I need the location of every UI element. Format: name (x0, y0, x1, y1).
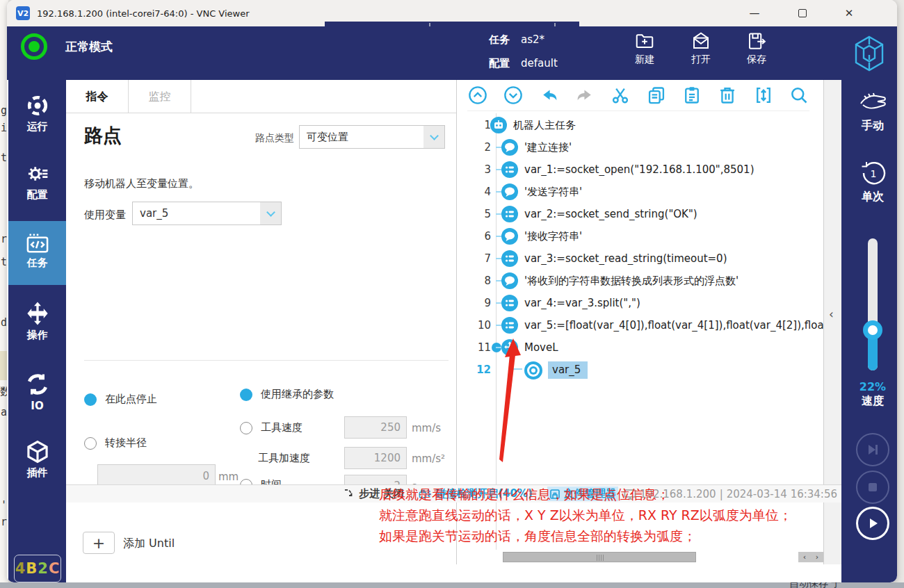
tab-monitor[interactable]: 监控 (129, 80, 191, 113)
radio-off-icon (240, 422, 252, 434)
copy-button[interactable] (646, 85, 667, 106)
task-value: as2* (521, 33, 544, 47)
tree-row[interactable]: 1 机器人主任务 (458, 114, 824, 136)
waypoint-type-select[interactable]: 可变位置 (299, 125, 445, 149)
tab-instruction[interactable]: 指令 (66, 80, 129, 113)
tree-row[interactable]: 8 '将收到的字符串数据转换成列表形式的浮点数' (458, 270, 824, 292)
add-until-button[interactable]: + (83, 532, 115, 554)
config-value: default (521, 57, 558, 70)
maximize-icon (798, 9, 807, 17)
move-up-button[interactable] (467, 85, 488, 106)
tree-line-text: '接收字符串' (524, 230, 582, 243)
cut-scissors-icon (611, 85, 630, 105)
tree-line-text: var_1:=socket_open("192.168.1.100",8501) (524, 163, 754, 176)
tree-line-text: var_5 (548, 361, 588, 379)
tool-speed-input[interactable]: 250 (344, 416, 407, 439)
tree-row[interactable]: 5 var_2:=socket_send_string("OK") (458, 203, 824, 225)
annotation-line-2: 就注意跑直线运动的话，X Y Z以米为单位，RX RY RZ以弧度为单位； (379, 505, 831, 525)
redo-button[interactable] (574, 85, 595, 106)
scrollbar-grip (601, 555, 602, 561)
search-button[interactable] (789, 85, 809, 106)
tree-line-text: MoveL (524, 341, 558, 354)
robot-model-badge[interactable]: 4B2C (14, 555, 61, 582)
robot-mode-indicator[interactable]: 正常模式 (21, 33, 113, 60)
code-window-icon (25, 232, 50, 254)
comment-icon (501, 227, 519, 245)
step-next-button[interactable] (856, 433, 889, 466)
tree-line-text: '将收到的字符串数据转换成列表形式的浮点数' (524, 275, 738, 288)
radio-on-icon (240, 389, 252, 401)
stop-icon (867, 482, 878, 493)
sidebar-item-operate[interactable]: 操作 (8, 301, 66, 342)
save-label: 保存 (732, 54, 781, 66)
stop-here-option[interactable]: 在此点停止 (84, 393, 157, 406)
speed-slider-thumb[interactable] (863, 320, 882, 340)
single-cycle-icon[interactable]: 1 (859, 160, 887, 188)
move-down-button[interactable] (503, 85, 524, 106)
sidebar-item-task-active[interactable]: 任务 (8, 221, 66, 285)
tree-row[interactable]: 6 '接收字符串' (458, 225, 824, 247)
hand-manual-icon[interactable] (859, 92, 888, 117)
sidebar-item-run[interactable]: 运行 (8, 94, 66, 133)
use-variable-select[interactable]: var_5 (132, 202, 282, 225)
add-until-label: 添加 Until (123, 537, 175, 551)
sidebar-item-config[interactable]: 配置 (8, 162, 66, 202)
undo-icon (540, 85, 559, 105)
inherit-params-option[interactable]: 使用继承的参数 (240, 388, 334, 401)
backdrop-text-fragment: a (1, 406, 7, 418)
line-number: 10 (462, 319, 491, 332)
minimize-button[interactable]: — (738, 0, 770, 26)
taskbar-strip: 自动保存 于 (0, 582, 904, 588)
replace-button[interactable] (753, 85, 774, 106)
badge-char: C (49, 560, 60, 577)
delete-button[interactable] (717, 85, 738, 106)
waypoint-type-label: 路点类型 (255, 132, 294, 145)
save-task-button[interactable]: 保存 (732, 31, 781, 66)
tree-row[interactable]: 3 var_1:=socket_open("192.168.1.100",850… (458, 158, 824, 181)
window-title: 192.168.1.200 (intel-corei7-64:0) - VNC … (37, 8, 250, 19)
annotation-line-1: 后续就是看传输的是什么信息，如果是点位信息； (379, 484, 831, 505)
scroll-right-button[interactable]: › (816, 553, 818, 562)
blend-radius-option[interactable]: 转接半径 (84, 436, 147, 450)
sidebar-item-io[interactable]: IO (8, 372, 66, 412)
tree-row[interactable]: 9 var_4:=var_3.split(",") (458, 292, 824, 314)
collapse-chevron-icon[interactable]: ‹ (829, 307, 834, 321)
tree-row[interactable]: 4 '发送字符串' (458, 181, 824, 203)
paste-button[interactable] (681, 85, 702, 106)
tree-row[interactable]: 10 var_5:=[float(var_4[0]),float(var_4[1… (458, 314, 824, 336)
left-nav-sidebar: 运行 配置 任务 (8, 80, 66, 582)
maximize-button[interactable] (786, 0, 818, 26)
assign-icon (501, 294, 519, 312)
waypoint-description: 移动机器人至变量位置。 (84, 177, 199, 190)
tree-line-text: var_3:=socket_read_string(timeout=0) (524, 252, 727, 265)
step-arrow-icon (344, 488, 355, 500)
tree-line-text: '发送字符串' (524, 186, 582, 199)
line-number: 9 (462, 297, 491, 309)
backdrop-text-fragment: ' (1, 499, 7, 512)
scrollbar-grip (597, 555, 597, 561)
paste-clipboard-icon (682, 85, 702, 105)
open-envelope-icon (690, 31, 712, 51)
open-task-button[interactable]: 打开 (677, 31, 725, 66)
sidebar-item-plugin[interactable]: 插件 (8, 440, 66, 480)
close-button[interactable]: ✕ (833, 0, 865, 26)
config-label: 配置 (489, 57, 510, 70)
blend-radius-unit: mm (218, 471, 239, 483)
tool-accel-input[interactable]: 1200 (344, 447, 407, 469)
undo-button[interactable] (539, 85, 560, 106)
tool-speed-option[interactable]: 工具速度 (240, 421, 302, 434)
search-icon (789, 85, 809, 105)
scroll-left-button[interactable]: ‹ (803, 553, 806, 562)
chevron-down-icon (423, 126, 444, 148)
horizontal-scrollbar-thumb[interactable] (503, 552, 696, 562)
scrollbar-buttons: ‹ › (798, 552, 823, 562)
manual-mode-label: 手动 (841, 119, 897, 133)
stop-button[interactable] (856, 471, 889, 504)
tree-row[interactable]: 7 var_3:=socket_read_string(timeout=0) (458, 247, 824, 270)
new-task-button[interactable]: 新建 (620, 31, 669, 66)
play-button[interactable] (856, 507, 889, 540)
cut-button[interactable] (610, 85, 631, 106)
tree-line-text: var_5:=[float(var_4[0]),float(var_4[1]),… (524, 319, 823, 332)
tree-row[interactable]: 2 '建立连接' (458, 136, 824, 158)
backdrop-text-fragment: t (1, 152, 7, 164)
